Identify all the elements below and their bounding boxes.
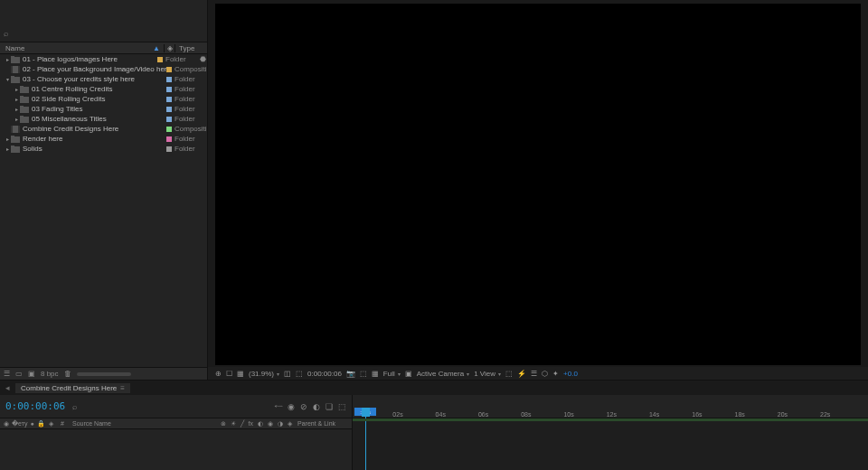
track-area[interactable]: [353, 418, 868, 470]
new-comp-icon[interactable]: ▣: [28, 370, 35, 378]
switch-adjust-icon[interactable]: ◑: [278, 420, 283, 428]
project-tree[interactable]: ▸01 - Place logos/images HereFolder⬣02 -…: [0, 54, 207, 367]
region-icon[interactable]: ⬚: [360, 370, 367, 378]
project-item[interactable]: 02 - Place your Background Image/Video h…: [0, 64, 207, 74]
folder-icon: [11, 136, 20, 143]
switch-motionblur-icon[interactable]: ◉: [268, 420, 273, 428]
draft3d-icon[interactable]: ◉: [288, 402, 295, 411]
graph-editor-icon[interactable]: ⬚: [338, 402, 346, 411]
twirl-arrow-icon[interactable]: ▸: [13, 96, 20, 102]
composition-icon: [11, 66, 20, 73]
grid-icon[interactable]: ▦: [237, 370, 244, 378]
pixel-aspect-icon[interactable]: ⬚: [505, 370, 513, 378]
views-dropdown[interactable]: 1 View: [474, 370, 501, 378]
label-color-swatch[interactable]: [166, 97, 172, 102]
frame-blend-icon[interactable]: ◐: [313, 402, 320, 411]
project-item[interactable]: ▸02 Side Rolling CreditsFolder: [0, 94, 207, 104]
shy-icon[interactable]: ⊘: [300, 402, 307, 411]
layer-number-header[interactable]: #: [56, 420, 69, 427]
interpret-footage-icon[interactable]: ☰: [4, 370, 10, 378]
video-toggle-icon[interactable]: ◉: [4, 420, 9, 428]
lock-toggle-icon[interactable]: 🔒: [37, 420, 45, 428]
layer-list[interactable]: [0, 429, 352, 470]
viewer-timecode[interactable]: 0:00:00:06: [307, 370, 342, 378]
viewport[interactable]: [215, 4, 861, 365]
flowchart-icon[interactable]: ⬣: [198, 55, 207, 63]
folder-icon: [20, 116, 29, 123]
monitor-icon[interactable]: ☐: [226, 370, 232, 378]
resolution-icon[interactable]: ◫: [284, 370, 291, 378]
fast-preview-icon[interactable]: ⚡: [517, 370, 526, 378]
search-icon[interactable]: ⌕: [4, 29, 8, 38]
time-ruler[interactable]: :00s 02s04s06s08s10s12s14s16s18s20s22s: [353, 395, 868, 418]
twirl-arrow-icon[interactable]: ▾: [4, 76, 11, 82]
column-type[interactable]: Type: [175, 44, 207, 52]
bpc-label[interactable]: 8 bpc: [41, 370, 59, 378]
project-item[interactable]: ▸SolidsFolder: [0, 144, 207, 154]
column-name[interactable]: Name ▲: [0, 44, 164, 52]
source-name-header[interactable]: Source Name: [69, 420, 207, 427]
label-swatch-header[interactable]: ◈: [45, 420, 56, 428]
transparency-grid-icon[interactable]: ▦: [372, 370, 379, 378]
channel-icon[interactable]: ⬚: [296, 370, 303, 378]
exposure-value[interactable]: +0.0: [563, 370, 578, 378]
switch-fx-icon[interactable]: fx: [249, 420, 253, 428]
solo-toggle-icon[interactable]: ●: [30, 420, 33, 428]
camera-dropdown[interactable]: Active Camera: [417, 370, 469, 378]
project-item[interactable]: ▸01 - Place logos/images HereFolder⬣: [0, 54, 207, 64]
timeline-tab[interactable]: Combine Credit Designs Here ≡: [15, 383, 130, 393]
twirl-arrow-icon[interactable]: ▸: [13, 116, 20, 122]
project-item[interactable]: ▸03 Fading TitlesFolder: [0, 104, 207, 114]
label-color-swatch[interactable]: [166, 117, 172, 122]
magnify-icon[interactable]: ⊕: [215, 370, 222, 378]
audio-toggle-icon[interactable]: �ету: [12, 420, 27, 428]
label-color-swatch[interactable]: [157, 57, 163, 62]
thumbnail-size-slider[interactable]: [77, 372, 131, 376]
item-type-label: Folder: [175, 85, 207, 93]
label-color-swatch[interactable]: [166, 107, 172, 112]
work-area-bar[interactable]: [353, 418, 868, 421]
project-search-input[interactable]: [12, 30, 48, 38]
switch-shy-icon[interactable]: ⊗: [221, 420, 226, 428]
current-timecode[interactable]: 0:00:00:06: [5, 401, 65, 411]
exposure-reset-icon[interactable]: ✦: [552, 370, 559, 378]
project-item[interactable]: ▸Render hereFolder: [0, 134, 207, 144]
new-folder-icon[interactable]: ▭: [15, 370, 23, 378]
resolution-dropdown[interactable]: Full: [383, 370, 401, 378]
twirl-arrow-icon[interactable]: ▸: [4, 146, 11, 152]
playhead-handle[interactable]: [362, 408, 370, 417]
zoom-dropdown[interactable]: (31.9%): [249, 370, 279, 378]
switch-3d-icon[interactable]: ◈: [288, 420, 292, 428]
label-color-swatch[interactable]: [166, 77, 172, 82]
search-layer-icon[interactable]: ⌕: [72, 402, 77, 411]
timeline-icon[interactable]: ☰: [531, 370, 537, 378]
column-label[interactable]: ◈: [164, 44, 175, 52]
switch-collapse-icon[interactable]: ☀: [231, 420, 236, 428]
comp-mini-flow-icon[interactable]: ⬳: [274, 402, 282, 411]
twirl-arrow-icon[interactable]: ▸: [4, 56, 11, 62]
trash-icon[interactable]: 🗑: [64, 370, 71, 378]
timeline-tab-menu-icon[interactable]: ≡: [120, 384, 125, 392]
snapshot-icon[interactable]: 📷: [346, 370, 355, 378]
label-color-swatch[interactable]: [166, 146, 172, 152]
motion-blur-icon[interactable]: ❏: [326, 402, 333, 411]
twirl-arrow-icon[interactable]: ▸: [13, 106, 20, 112]
label-color-swatch[interactable]: [166, 87, 172, 92]
comp-flow-icon[interactable]: ⬡: [542, 370, 548, 378]
timeline-panel: ◂ Combine Credit Designs Here ≡ 0:00:00:…: [0, 380, 868, 470]
label-color-swatch[interactable]: [166, 136, 172, 142]
parent-link-header[interactable]: Parent & Link: [297, 420, 352, 427]
project-item[interactable]: ▸01 Centre Rolling CreditsFolder: [0, 84, 207, 94]
project-item[interactable]: ▸05 Miscellaneous TitlesFolder: [0, 114, 207, 124]
view-layout-icon[interactable]: ▣: [405, 370, 412, 378]
timeline-right[interactable]: :00s 02s04s06s08s10s12s14s16s18s20s22s: [353, 395, 868, 470]
tab-prev-icon[interactable]: ◂: [5, 383, 10, 392]
twirl-arrow-icon[interactable]: ▸: [13, 86, 20, 92]
project-item[interactable]: ▾03 - Choose your credits style hereFold…: [0, 74, 207, 84]
label-color-swatch[interactable]: [166, 67, 172, 72]
label-color-swatch[interactable]: [166, 127, 172, 132]
switch-quality-icon[interactable]: ╱: [241, 420, 244, 428]
switch-frameblend-icon[interactable]: ◐: [258, 420, 263, 428]
project-item[interactable]: Combine Credit Designs HereCompositi: [0, 124, 207, 134]
twirl-arrow-icon[interactable]: ▸: [4, 136, 11, 142]
